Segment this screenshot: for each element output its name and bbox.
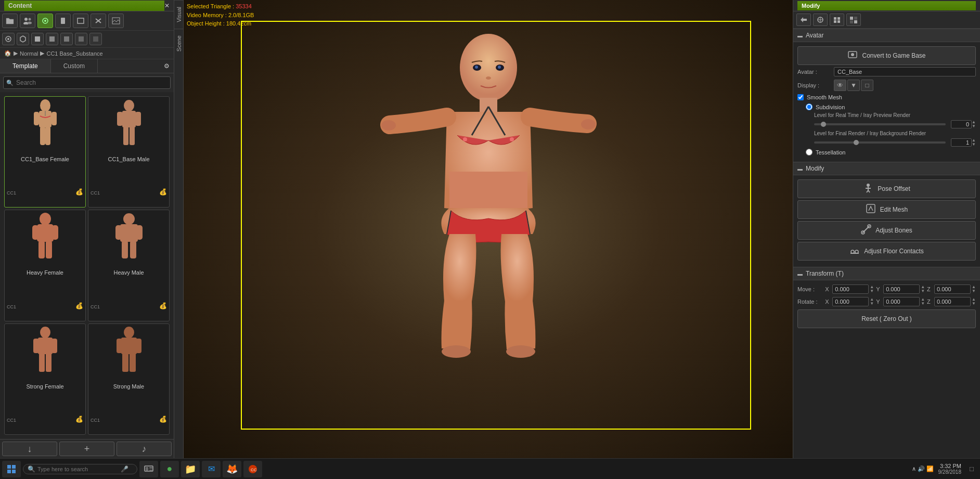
right-toolbar-btn-4[interactable] xyxy=(846,14,861,26)
transform-collapse-icon[interactable]: ▬ xyxy=(797,271,803,277)
realtime-spin-arrows[interactable]: ▲▼ xyxy=(972,120,976,128)
svg-point-2 xyxy=(29,18,31,21)
tab-visual[interactable]: Visual xyxy=(174,0,184,29)
realtime-slider-track[interactable] xyxy=(814,123,946,125)
avatar-field-row: Avatar : CC_Base xyxy=(797,67,976,76)
edit-mesh-button[interactable]: Edit Mesh xyxy=(797,200,976,219)
breadcrumb-normal[interactable]: Normal xyxy=(20,50,38,57)
svg-point-3 xyxy=(28,22,32,24)
realtime-slider-thumb[interactable] xyxy=(821,122,826,127)
character-card-cc1-male[interactable]: CC1 💰 CC1_Base Male xyxy=(88,96,170,208)
rotate-y-field: Y ▲▼ xyxy=(876,297,925,306)
realtime-value-box[interactable]: 0 xyxy=(951,120,972,128)
taskbar-task-view-btn[interactable] xyxy=(139,461,158,477)
toolbar-active-btn[interactable] xyxy=(37,14,53,28)
character-coin-heavy-female: 💰 xyxy=(75,302,83,309)
rotate-y-input[interactable] xyxy=(883,297,920,306)
tab-scene[interactable]: Scene xyxy=(174,29,184,58)
breadcrumb-home-icon[interactable]: 🏠 xyxy=(4,50,11,57)
video-memory-label: Video Memory : xyxy=(187,12,227,18)
pose-offset-label: Pose Offset xyxy=(878,185,910,192)
toolbar-people-btn[interactable] xyxy=(20,14,35,28)
rotate-z-input[interactable] xyxy=(934,297,971,306)
tab-settings-icon[interactable]: ⚙ xyxy=(160,59,174,73)
move-y-field: Y ▲▼ xyxy=(876,284,925,294)
rotate-y-spinner[interactable]: ▲▼ xyxy=(921,297,925,306)
taskbar-firefox-btn[interactable]: 🦊 xyxy=(223,461,241,477)
move-x-input[interactable] xyxy=(832,284,869,294)
right-toolbar-btn-2[interactable] xyxy=(813,14,828,26)
toolbar-sq4-btn[interactable] xyxy=(75,33,87,45)
tab-template[interactable]: Template xyxy=(0,59,51,73)
right-toolbar-btn-1[interactable] xyxy=(796,14,811,26)
character-card-heavy-female[interactable]: CC1 💰 Heavy Female xyxy=(4,210,86,321)
toolbar-circle-btn[interactable] xyxy=(2,33,15,45)
right-toolbar-btn-3[interactable] xyxy=(830,14,844,26)
taskbar-folder-btn[interactable]: 📁 xyxy=(181,461,200,477)
svg-rect-15 xyxy=(49,36,55,42)
toolbar-sq3-btn[interactable] xyxy=(60,33,73,45)
rotate-x-spinner[interactable]: ▲▼ xyxy=(870,297,874,306)
display-btn-1[interactable]: 👁 xyxy=(834,80,846,91)
taskbar-search-input[interactable] xyxy=(37,466,121,472)
reset-zero-out-button[interactable]: Reset ( Zero Out ) xyxy=(797,309,976,328)
avatar-collapse-icon[interactable]: ▬ xyxy=(797,33,803,38)
toolbar-hex-btn[interactable] xyxy=(17,33,29,45)
move-y-spinner[interactable]: ▲▼ xyxy=(921,285,925,293)
left-bottom-add-btn[interactable]: + xyxy=(59,442,114,456)
final-slider-thumb[interactable] xyxy=(854,140,859,145)
taskbar-chrome-btn[interactable]: ● xyxy=(160,461,179,477)
character-card-heavy-male[interactable]: CC1 💰 Heavy Male xyxy=(88,210,170,321)
final-spin-arrows[interactable]: ▲▼ xyxy=(972,138,976,147)
pose-offset-button[interactable]: Pose Offset xyxy=(797,179,976,198)
taskbar-mic-icon: 🎤 xyxy=(121,465,128,473)
left-bottom-download-btn[interactable]: ↓ xyxy=(2,442,57,456)
smooth-mesh-checkbox[interactable] xyxy=(797,94,804,100)
edit-mesh-label: Edit Mesh xyxy=(880,206,908,213)
toolbar-sq2-btn[interactable] xyxy=(46,33,58,45)
taskbar-search-wrapper: 🔍 🎤 xyxy=(23,464,137,474)
modify-collapse-icon[interactable]: ▬ xyxy=(797,166,803,172)
display-btn-3[interactable]: □ xyxy=(861,80,873,91)
breadcrumb-substance[interactable]: CC1 Base_Substance xyxy=(46,50,102,57)
final-slider-track[interactable] xyxy=(814,141,946,144)
clock: 3:32 PM 9/28/2018 xyxy=(938,463,962,475)
character-card-strong-male[interactable]: CC1 💰 Strong Male xyxy=(88,323,170,435)
adjust-bones-button[interactable]: Adjust Bones xyxy=(797,221,976,240)
viewport[interactable]: Selected Triangle : 35334 Video Memory :… xyxy=(184,0,793,458)
tessellation-radio[interactable] xyxy=(806,149,813,156)
toolbar-folder-btn[interactable] xyxy=(2,14,18,28)
taskbar-notification-btn[interactable]: □ xyxy=(965,461,978,477)
adjust-floor-contacts-button[interactable]: Adjust Floor Contacts xyxy=(797,242,976,261)
svg-rect-29 xyxy=(135,112,141,126)
display-btn-2[interactable]: ▼ xyxy=(847,80,860,91)
convert-to-game-base-button[interactable]: Convert to Game Base xyxy=(797,46,976,65)
rotate-x-input[interactable] xyxy=(832,297,869,306)
taskbar-mail-btn[interactable]: ✉ xyxy=(202,461,221,477)
toolbar-figure-btn[interactable] xyxy=(55,14,71,28)
tab-custom[interactable]: Custom xyxy=(51,59,98,73)
toolbar-tools-btn[interactable] xyxy=(91,14,106,28)
character-card-cc1-female[interactable]: CC1 💰 CC1_Base Female xyxy=(4,96,86,208)
final-value-box[interactable]: 1 xyxy=(951,138,972,147)
character-card-strong-female[interactable]: CC1 💰 Strong Female xyxy=(4,323,86,435)
toolbar-sq5-btn[interactable] xyxy=(89,33,102,45)
subdivision-radio[interactable] xyxy=(806,103,813,110)
svg-rect-79 xyxy=(837,20,840,23)
rotate-z-spinner[interactable]: ▲▼ xyxy=(972,297,976,306)
toolbar-image-btn[interactable] xyxy=(108,14,124,28)
left-bottom-other-btn[interactable]: ♪ xyxy=(117,442,172,456)
content-close-icon[interactable]: ✕ xyxy=(164,2,170,9)
taskbar-app5-btn[interactable]: CC xyxy=(243,461,262,477)
toolbar-sq1-btn[interactable] xyxy=(31,33,44,45)
taskbar-windows-btn[interactable] xyxy=(2,461,21,477)
move-z-spinner[interactable]: ▲▼ xyxy=(972,285,976,293)
move-x-spinner[interactable]: ▲▼ xyxy=(870,285,874,293)
move-y-input[interactable] xyxy=(883,284,920,294)
realtime-label: Level for Real Time / Iray Preview Rende… xyxy=(814,112,976,118)
date-display: 9/28/2018 xyxy=(938,469,962,475)
move-z-input[interactable] xyxy=(934,284,971,294)
search-input[interactable] xyxy=(3,76,171,89)
toolbar-box-btn[interactable] xyxy=(73,14,88,28)
svg-point-44 xyxy=(40,327,50,338)
